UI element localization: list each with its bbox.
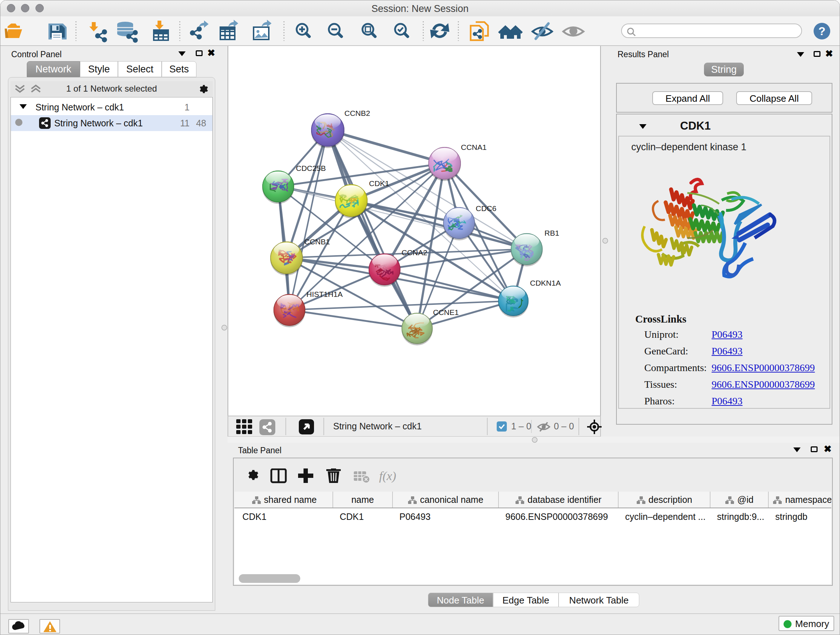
svg-text:RB1: RB1 (545, 229, 559, 237)
svg-text:f(x): f(x) (379, 469, 396, 483)
svg-text:CDKN1A: CDKN1A (530, 279, 561, 287)
svg-text:CCNB1: CCNB1 (304, 238, 330, 246)
svg-text:CCNE1: CCNE1 (433, 308, 459, 317)
svg-text:CDC25B: CDC25B (296, 164, 326, 172)
svg-text:CCNA1: CCNA1 (461, 143, 486, 151)
svg-text:HIST1H1A: HIST1H1A (306, 290, 343, 298)
svg-text:CDC6: CDC6 (476, 204, 496, 212)
svg-text:CCNA2: CCNA2 (401, 249, 427, 257)
svg-text:CCNB2: CCNB2 (344, 109, 370, 117)
svg-text:CDK1: CDK1 (369, 179, 389, 187)
